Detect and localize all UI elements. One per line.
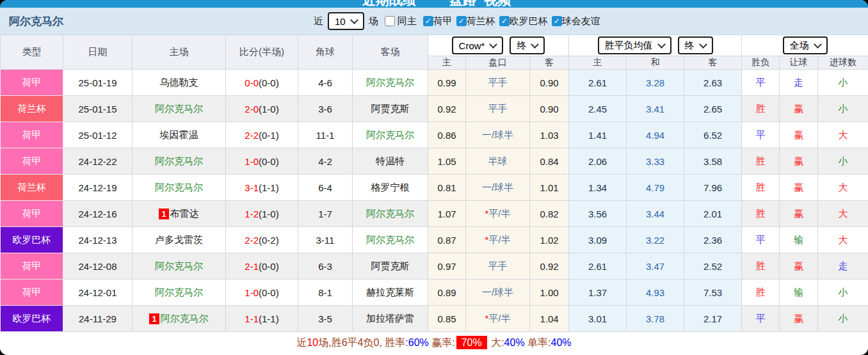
match-date: 24-12-22	[63, 148, 133, 175]
result-outcome: 平	[742, 306, 780, 332]
away-team-name: 阿尔克马尔	[366, 234, 414, 245]
fulltime-score: 1-0	[245, 156, 259, 167]
fulltime-score: 0-0	[245, 77, 259, 88]
score: 3-1(1-1)	[226, 175, 298, 201]
handicap-home-odds: 0.89	[428, 280, 466, 306]
result-outcome: 胜	[742, 148, 780, 175]
away-team: 阿尔克马尔	[353, 201, 428, 227]
handicap-final-select[interactable]: 终	[510, 36, 545, 54]
handicap-home-odds: 0.86	[428, 122, 466, 148]
matches-label: 场	[369, 15, 378, 28]
league-badge: 欧罗巴杯	[1, 306, 63, 332]
top-nav-bar: 近期战绩 盘路 视频	[0, 0, 868, 8]
summary-stat: 40%	[551, 337, 572, 348]
match-row: 荷甲24-12-161布雷达1-2(1-0)1-7阿尔克马尔1.07*平/半0.…	[1, 201, 868, 227]
league-badge: 荷甲	[1, 280, 63, 306]
result-handicap: 走	[780, 70, 818, 96]
score: 1-0(0-0)	[226, 280, 298, 306]
home-team-name: 阿尔克马尔	[155, 287, 203, 297]
result-outcome: 胜	[742, 253, 780, 280]
league-badge: 荷甲	[1, 148, 63, 175]
league-filter-checkbox[interactable]: ✓	[499, 16, 510, 26]
avg-home-odds: 1.34	[569, 175, 627, 201]
handicap-line: *平/半	[466, 227, 530, 253]
matches-table: 类型日期主场比分(半场)角球客场Crow*终胜平负均值终全场主盘口客主和客胜负让…	[0, 35, 868, 332]
score: 2-0(1-0)	[226, 96, 298, 122]
avg-draw-odds: 3.28	[627, 70, 684, 96]
column-header: 角球	[298, 35, 353, 70]
handicap-away-odds: 0.82	[530, 201, 569, 227]
home-team-name: 阿尔克马尔	[155, 260, 203, 271]
corners: 3-11	[298, 227, 353, 253]
odds-group-header: 全场	[742, 35, 868, 56]
tab-video[interactable]: 视频	[484, 0, 511, 8]
league-badge: 荷甲	[1, 253, 63, 280]
away-team-name: 阿尔克马尔	[366, 208, 414, 219]
league-filter-checkbox[interactable]: ✓	[456, 16, 467, 26]
away-team-name: 阿贾克斯	[371, 103, 410, 114]
handicap-line: 一/球半	[466, 280, 530, 306]
avg-away-odds: 7.96	[684, 175, 742, 201]
avg-draw-odds: 3.22	[627, 227, 684, 253]
recent-count-select[interactable]: 10	[328, 12, 364, 30]
away-team: 阿贾克斯	[353, 253, 428, 280]
result-outcome: 胜	[742, 201, 780, 227]
tab-handicap-trend[interactable]: 盘路	[449, 0, 476, 8]
score: 1-0(0-0)	[226, 148, 298, 175]
handicap-away-odds: 1.03	[530, 122, 569, 148]
column-header: 主场	[133, 35, 226, 70]
avg-final-select[interactable]: 终	[678, 36, 713, 54]
match-period-select[interactable]: 全场	[783, 36, 828, 54]
league-filter-checkbox[interactable]: ✓	[423, 16, 433, 26]
sub-column-header: 客	[530, 56, 569, 70]
league-badge: 欧罗巴杯	[1, 227, 63, 253]
away-team-name: 阿贾克斯	[371, 260, 410, 271]
home-team-name: 阿尔克马尔	[161, 313, 209, 324]
fulltime-score: 1-0	[245, 287, 259, 298]
handicap-line: 平手	[466, 253, 530, 280]
away-team: 阿尔克马尔	[353, 70, 428, 96]
halftime-score: (1-0)	[259, 209, 279, 219]
avg-draw-odds: 3.33	[627, 148, 684, 175]
sub-column-header: 让球	[780, 56, 818, 70]
summary-stat: 单率:	[525, 337, 551, 348]
sub-column-header: 主	[569, 56, 627, 70]
avg-metric-select[interactable]: 胜平负均值	[598, 36, 671, 54]
handicap-home-odds: 0.87	[428, 227, 466, 253]
result-handicap: 赢	[780, 253, 818, 280]
result-handicap: 赢	[780, 122, 818, 148]
avg-draw-odds: 4.93	[627, 280, 684, 306]
match-date: 24-11-29	[63, 306, 133, 332]
away-team: 加拉塔萨雷	[353, 306, 428, 332]
league-filter-checkbox[interactable]: ✓	[552, 16, 562, 26]
match-row: 欧罗巴杯24-12-13卢多戈雷茨2-2(0-2)3-11阿尔克马尔0.87*平…	[1, 227, 868, 253]
avg-away-odds: 2.63	[684, 70, 742, 96]
score: 2-2(0-2)	[226, 227, 298, 253]
home-team: 阿尔克马尔	[133, 96, 226, 122]
result-handicap: 赢	[780, 201, 818, 227]
away-team: 特温特	[353, 148, 428, 175]
result-goals: 小	[818, 148, 868, 175]
avg-draw-odds: 3.47	[627, 253, 684, 280]
handicap-line: 半球	[466, 148, 530, 175]
halftime-score: (0-2)	[259, 235, 279, 246]
bookmaker-select[interactable]: Crow*	[452, 36, 504, 54]
corners: 8-1	[298, 280, 353, 306]
team-title: 阿尔克马尔	[9, 14, 63, 29]
column-header: 类型	[1, 35, 63, 70]
same-home-checkbox[interactable]	[385, 16, 395, 26]
result-outcome: 平	[742, 122, 780, 148]
home-team: 1阿尔克马尔	[133, 306, 226, 332]
fulltime-score: 2-2	[245, 235, 259, 246]
result-handicap: 输	[780, 227, 818, 253]
summary-stat: 70%	[456, 336, 487, 349]
avg-home-odds: 3.09	[569, 227, 627, 253]
avg-home-odds: 3.01	[569, 306, 627, 332]
handicap-home-odds: 0.97	[428, 253, 466, 280]
tab-recent-results[interactable]: 近期战绩	[362, 0, 416, 8]
avg-draw-odds: 3.78	[627, 306, 684, 332]
halftime-score: (1-1)	[259, 313, 279, 324]
summary-stat: 赢率:	[429, 337, 455, 348]
summary-stat: 10	[307, 337, 318, 348]
league-filter-group: ✓荷甲✓荷兰杯✓欧罗巴杯✓球会友谊	[419, 15, 600, 28]
